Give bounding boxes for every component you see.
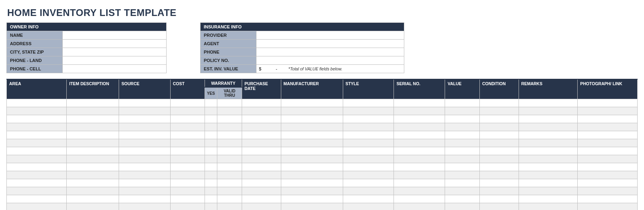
table-cell[interactable] [394, 99, 445, 107]
table-cell[interactable] [479, 147, 519, 155]
table-cell[interactable] [578, 195, 638, 203]
table-cell[interactable] [578, 179, 638, 187]
table-cell[interactable] [205, 179, 217, 187]
table-cell[interactable] [119, 155, 171, 163]
table-cell[interactable] [119, 163, 171, 171]
table-cell[interactable] [205, 155, 217, 163]
table-cell[interactable] [343, 155, 394, 163]
table-cell[interactable] [394, 187, 445, 195]
owner-phone-land-value[interactable] [63, 56, 167, 65]
table-cell[interactable] [170, 179, 205, 187]
table-cell[interactable] [578, 187, 638, 195]
table-cell[interactable] [394, 147, 445, 155]
table-cell[interactable] [519, 107, 578, 115]
table-cell[interactable] [479, 155, 519, 163]
table-cell[interactable] [7, 195, 67, 203]
table-cell[interactable] [343, 147, 394, 155]
table-cell[interactable] [119, 171, 171, 179]
table-cell[interactable] [479, 163, 519, 171]
table-cell[interactable] [205, 99, 217, 107]
table-cell[interactable] [7, 99, 67, 107]
table-cell[interactable] [519, 203, 578, 210]
table-cell[interactable] [519, 115, 578, 123]
table-cell[interactable] [519, 187, 578, 195]
table-cell[interactable] [67, 99, 119, 107]
table-cell[interactable] [281, 99, 343, 107]
table-cell[interactable] [217, 203, 242, 210]
table-cell[interactable] [343, 115, 394, 123]
table-cell[interactable] [281, 115, 343, 123]
table-cell[interactable] [394, 179, 445, 187]
table-cell[interactable] [445, 139, 480, 147]
table-cell[interactable] [343, 123, 394, 131]
table-cell[interactable] [519, 179, 578, 187]
table-cell[interactable] [67, 147, 119, 155]
table-cell[interactable] [394, 131, 445, 139]
table-cell[interactable] [217, 107, 242, 115]
table-cell[interactable] [205, 195, 217, 203]
table-cell[interactable] [281, 187, 343, 195]
table-cell[interactable] [67, 163, 119, 171]
table-cell[interactable] [479, 203, 519, 210]
table-cell[interactable] [242, 131, 281, 139]
table-cell[interactable] [281, 195, 343, 203]
table-cell[interactable] [217, 171, 242, 179]
table-cell[interactable] [217, 139, 242, 147]
table-cell[interactable] [7, 107, 67, 115]
table-cell[interactable] [578, 155, 638, 163]
table-cell[interactable] [242, 163, 281, 171]
table-cell[interactable] [343, 107, 394, 115]
table-cell[interactable] [578, 115, 638, 123]
owner-city-value[interactable] [63, 48, 167, 56]
table-cell[interactable] [479, 139, 519, 147]
table-cell[interactable] [170, 195, 205, 203]
table-cell[interactable] [519, 99, 578, 107]
table-cell[interactable] [281, 179, 343, 187]
table-cell[interactable] [445, 131, 480, 139]
insurance-provider-value[interactable] [256, 31, 404, 40]
table-cell[interactable] [578, 123, 638, 131]
table-cell[interactable] [519, 171, 578, 179]
table-cell[interactable] [479, 195, 519, 203]
table-cell[interactable] [67, 139, 119, 147]
table-cell[interactable] [578, 139, 638, 147]
table-cell[interactable] [217, 115, 242, 123]
table-cell[interactable] [119, 139, 171, 147]
table-cell[interactable] [578, 171, 638, 179]
table-cell[interactable] [479, 99, 519, 107]
table-cell[interactable] [7, 179, 67, 187]
table-cell[interactable] [7, 131, 67, 139]
table-cell[interactable] [394, 203, 445, 210]
insurance-phone-value[interactable] [256, 48, 404, 56]
table-cell[interactable] [7, 115, 67, 123]
table-cell[interactable] [217, 163, 242, 171]
table-cell[interactable] [67, 131, 119, 139]
table-cell[interactable] [217, 155, 242, 163]
table-cell[interactable] [479, 115, 519, 123]
table-cell[interactable] [242, 107, 281, 115]
table-cell[interactable] [119, 203, 171, 210]
table-cell[interactable] [205, 139, 217, 147]
table-cell[interactable] [242, 123, 281, 131]
table-cell[interactable] [67, 195, 119, 203]
insurance-agent-value[interactable] [256, 40, 404, 48]
table-cell[interactable] [578, 163, 638, 171]
table-cell[interactable] [343, 187, 394, 195]
owner-name-value[interactable] [63, 31, 167, 40]
table-cell[interactable] [67, 179, 119, 187]
table-cell[interactable] [67, 171, 119, 179]
table-cell[interactable] [479, 171, 519, 179]
table-cell[interactable] [445, 203, 480, 210]
table-cell[interactable] [170, 107, 205, 115]
table-cell[interactable] [170, 187, 205, 195]
table-cell[interactable] [242, 179, 281, 187]
table-cell[interactable] [119, 131, 171, 139]
table-cell[interactable] [217, 123, 242, 131]
table-cell[interactable] [578, 107, 638, 115]
table-cell[interactable] [217, 147, 242, 155]
table-cell[interactable] [445, 171, 480, 179]
table-cell[interactable] [7, 123, 67, 131]
table-cell[interactable] [578, 99, 638, 107]
table-cell[interactable] [394, 195, 445, 203]
table-cell[interactable] [394, 139, 445, 147]
